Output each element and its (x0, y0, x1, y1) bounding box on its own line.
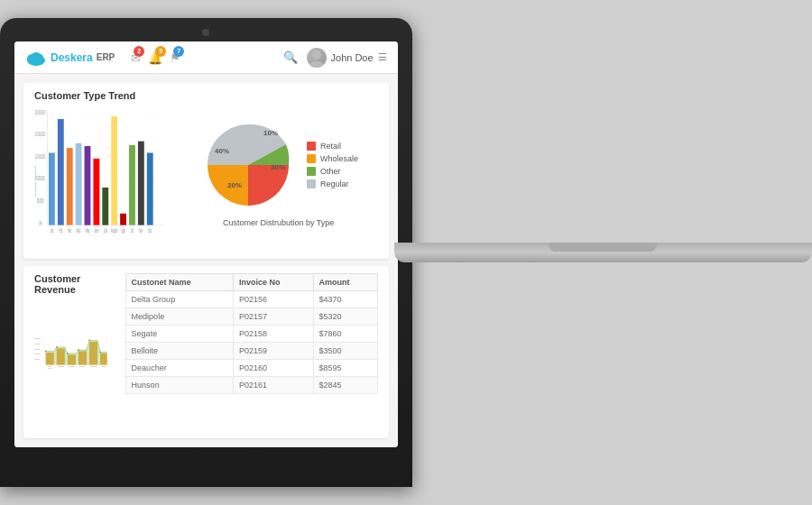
user-area: John Doe ☰ (307, 48, 387, 68)
svg-text:Oct: Oct (131, 228, 134, 234)
cell-amount: $5320 (313, 308, 377, 326)
bar-april (76, 143, 82, 225)
svg-text:Nov: Nov (139, 228, 143, 234)
cell-invoice: P02158 (234, 326, 313, 343)
cell-name: Hunson (125, 377, 233, 394)
svg-point-5 (309, 61, 324, 68)
svg-text:0%: 0% (39, 220, 42, 226)
email-icon-wrapper[interactable]: ✉ 2 (131, 50, 141, 66)
svg-text:May: May (86, 228, 90, 234)
svg-text:Group: Group (48, 367, 52, 369)
legend-color-other (307, 167, 316, 176)
svg-text:Hunson: Hunson (101, 365, 106, 367)
svg-text:Mar: Mar (68, 228, 71, 234)
email-badge: 2 (134, 46, 144, 57)
bar-august (111, 116, 117, 225)
logo-suffix: ERP (97, 52, 115, 62)
bar-june (93, 159, 99, 225)
bar-oct (129, 145, 135, 225)
table-header-invoice: Invoice No (234, 274, 313, 291)
logo-brand: Deskera (51, 51, 93, 64)
legend-label-retail: Retail (320, 142, 341, 151)
bottom-panel: Customer Revenue $100000 $80000 $60000 $… (23, 266, 389, 438)
svg-text:20%: 20% (227, 181, 242, 189)
bar-chart-title: Customer Type Trend (34, 90, 165, 101)
alert-icon-wrapper[interactable]: ⚑ 7 (170, 50, 180, 66)
cell-invoice: P02159 (234, 343, 313, 360)
svg-text:Sept: Sept (121, 228, 125, 234)
header-icons: ✉ 2 🔔 5 ⚑ 7 (131, 50, 180, 66)
cell-name: Deaucher (125, 360, 233, 377)
app-header: Deskera ERP ✉ 2 🔔 5 ⚑ 7 (14, 41, 398, 74)
svg-text:Feb: Feb (59, 228, 62, 234)
user-name: John Doe (331, 52, 374, 63)
pie-chart-area: 10% 30% 20% 40% Retail (180, 90, 378, 252)
cell-name: Segate (125, 326, 233, 343)
svg-text:20,000,000: 20,000,000 (35, 109, 46, 115)
svg-point-3 (32, 52, 41, 60)
svg-text:Dec: Dec (148, 228, 152, 234)
table-row: Deaucher P02160 $8595 (125, 360, 377, 377)
legend-label-wholesale: Wholesale (320, 154, 358, 163)
bar-jan (49, 152, 55, 225)
area-chart-container: Customer Revenue $100000 $80000 $60000 $… (34, 273, 111, 431)
table-row: Hunson P02161 $2845 (125, 377, 377, 394)
point-3 (67, 353, 69, 354)
avatar (307, 48, 327, 68)
bar-sept (120, 214, 126, 225)
laptop-notch (549, 243, 657, 252)
point-1 (45, 351, 47, 353)
cell-amount: $7860 (313, 326, 377, 343)
legend-color-wholesale (307, 154, 316, 163)
legend-wholesale: Wholesale (307, 154, 358, 163)
svg-text:Belloite: Belloite (80, 365, 86, 367)
bar-mar (67, 148, 73, 225)
cell-amount: $8595 (313, 360, 377, 377)
legend-label-other: Other (320, 167, 341, 176)
svg-text:June: June (94, 228, 98, 234)
svg-text:August: August (111, 228, 117, 234)
cell-amount: $3500 (313, 343, 377, 360)
point-4 (78, 349, 79, 351)
bar-feb (58, 119, 64, 225)
table-header-amount: Amount (313, 274, 377, 291)
laptop-shell: Deskera ERP ✉ 2 🔔 5 ⚑ 7 (0, 18, 412, 487)
cell-name: Medipole (125, 308, 233, 326)
cell-name: Belloite (125, 343, 233, 360)
svg-text:40%: 40% (215, 147, 229, 155)
bar-chart: 20,000,000 15,000,000 10,000,000 5,000,0… (34, 105, 165, 244)
bar-may (85, 146, 91, 225)
table-row: Medipole P02157 $5320 (125, 308, 377, 326)
cell-invoice: P02157 (234, 308, 313, 326)
svg-text:$40000: $40000 (35, 353, 41, 354)
bar-july (102, 188, 108, 225)
area-chart: $100000 $80000 $60000 $40000 $20000 (34, 298, 111, 407)
svg-text:$80000: $80000 (35, 343, 41, 344)
cell-invoice: P02161 (234, 377, 313, 394)
svg-text:10,000,000: 10,000,000 (35, 154, 46, 161)
pie-subtitle: Customer Distrubution by Type (223, 218, 334, 227)
svg-text:$100000: $100000 (34, 337, 41, 339)
notification-icon-wrapper[interactable]: 🔔 5 (148, 50, 162, 66)
svg-text:Jan: Jan (51, 228, 54, 234)
svg-text:Deaucher: Deaucher (90, 365, 97, 367)
app-content: Customer Type Trend 20,000,000 15,000,00… (14, 74, 398, 447)
top-panel: Customer Type Trend 20,000,000 15,000,00… (23, 83, 389, 259)
point-6 (99, 351, 101, 353)
bar-dec (147, 152, 153, 225)
cell-amount: $4370 (313, 291, 377, 308)
legend-color-regular (307, 179, 316, 188)
legend-label-regular: Regular (320, 179, 349, 188)
legend-other: Other (307, 167, 358, 176)
cell-amount: $2845 (313, 377, 377, 394)
pie-chart: 10% 30% 20% 40% (198, 115, 298, 215)
menu-icon[interactable]: ☰ (378, 51, 387, 63)
laptop-camera (202, 29, 209, 36)
svg-text:$60000: $60000 (35, 348, 41, 350)
logo-cloud-icon (25, 50, 47, 66)
pie-container: 10% 30% 20% 40% Retail (198, 115, 358, 215)
search-button[interactable]: 🔍 (283, 50, 298, 64)
cell-invoice: P02156 (234, 291, 313, 308)
legend-color-retail (307, 142, 316, 151)
svg-text:Segate: Segate (69, 365, 75, 367)
